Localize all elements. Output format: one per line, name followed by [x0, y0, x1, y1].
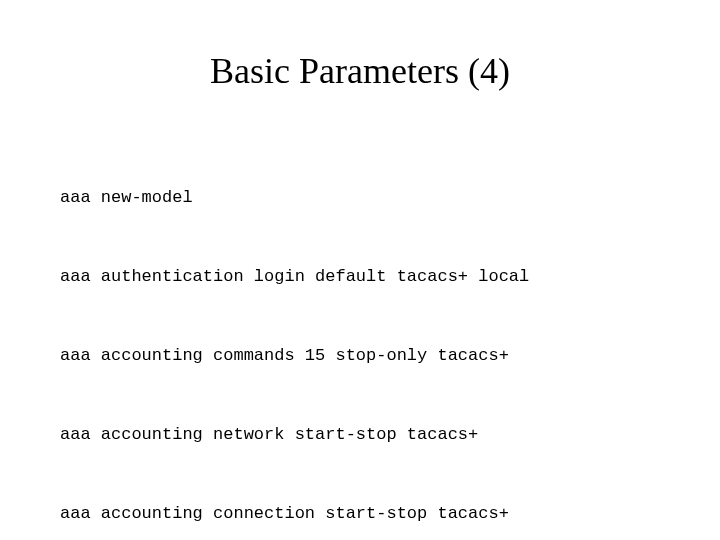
config-line: aaa accounting commands 15 stop-only tac… — [60, 343, 660, 369]
page-title: Basic Parameters (4) — [60, 50, 660, 92]
config-block: aaa new-model aaa authentication login d… — [60, 132, 660, 540]
config-line: aaa authentication login default tacacs+… — [60, 264, 660, 290]
config-line: aaa new-model — [60, 185, 660, 211]
config-line: aaa accounting network start-stop tacacs… — [60, 422, 660, 448]
config-line: aaa accounting connection start-stop tac… — [60, 501, 660, 527]
